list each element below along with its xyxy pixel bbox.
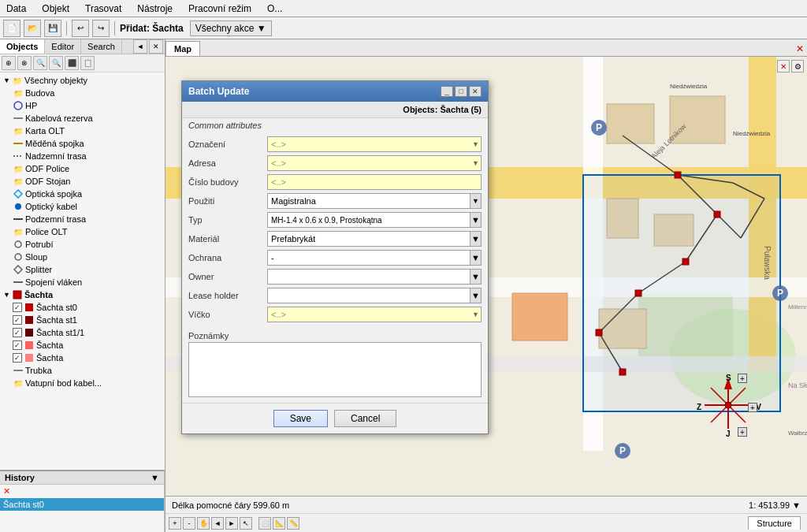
typ-select-arrow[interactable]: ▼ xyxy=(470,213,481,227)
field-owner[interactable]: ▼ xyxy=(267,269,482,285)
checkbox-sachta-st1[interactable] xyxy=(13,315,22,325)
history-item-sachta-st0[interactable]: Šachta st0 xyxy=(0,498,164,511)
menu-trasovat[interactable]: Trasovat xyxy=(82,2,125,16)
owner-select-arrow[interactable]: ▼ xyxy=(470,270,481,284)
tab-editor[interactable]: Editor xyxy=(45,39,81,54)
field-pouziti[interactable]: Magistralna ▼ xyxy=(267,193,482,209)
nav-ruler[interactable]: 📏 xyxy=(287,517,299,530)
dialog-maximize[interactable]: □ xyxy=(455,86,467,97)
cancel-button[interactable]: Cancel xyxy=(334,410,396,427)
map-view[interactable]: P P P Aleja Lotnikow Puławska Niedźwiedz… xyxy=(165,57,807,496)
checkbox-sachta-st1-1[interactable] xyxy=(13,328,22,337)
tree-item-sachta-2[interactable]: Šachta xyxy=(2,352,163,364)
tree-item-sloup[interactable]: Sloup xyxy=(2,251,163,263)
lp-btn-1[interactable]: ⊕ xyxy=(2,56,16,70)
all-actions-button[interactable]: Všechny akce ▼ xyxy=(190,20,272,36)
tree-item-kabelova-rezerva[interactable]: Kabelová rezerva xyxy=(2,112,163,125)
nav-next[interactable]: ► xyxy=(225,517,238,530)
field-dropdown-arrow[interactable]: ▼ xyxy=(472,140,479,148)
compass-j-plus[interactable]: + xyxy=(738,427,747,437)
toolbar-save[interactable]: 💾 xyxy=(44,20,61,37)
tree-item-vatupni-bod[interactable]: 📁 Vatupní bod kabel... xyxy=(2,377,163,389)
compass-s-plus[interactable]: + xyxy=(738,374,747,383)
field-typ[interactable]: MH-1.4 x 0.6 x 0.9, Prostokątna ▼ xyxy=(267,212,482,228)
dialog-close[interactable]: ✕ xyxy=(469,86,482,97)
vicko-dropdown-arrow[interactable]: ▼ xyxy=(472,311,479,318)
tree-item-odf-police[interactable]: 📁 ODF Police xyxy=(2,162,163,175)
panel-close[interactable]: ✕ xyxy=(149,39,163,54)
save-button[interactable]: Save xyxy=(273,410,328,427)
tree-item-nadzemni-trasa[interactable]: Nadzemní trasa xyxy=(2,150,163,162)
tree-item-vsechny[interactable]: ▼ 📁 Všechny objekty xyxy=(2,74,163,87)
field-lease-holder[interactable]: ▼ xyxy=(267,288,482,303)
nav-box[interactable]: ⬜ xyxy=(258,517,271,530)
tree-item-hp[interactable]: HP xyxy=(2,99,163,112)
menu-pracovni-rezim[interactable]: Pracovní režim xyxy=(185,2,255,16)
checkbox-sachta-2[interactable] xyxy=(13,353,22,363)
tree-item-opticka-spojka[interactable]: Optická spojka xyxy=(2,188,163,200)
tree-item-sachta-1[interactable]: Šachta xyxy=(2,339,163,352)
tab-structure[interactable]: Structure xyxy=(748,516,801,530)
nav-pan[interactable]: ✋ xyxy=(197,517,210,530)
tree-item-police-olt[interactable]: 📁 Police OLT xyxy=(2,225,163,238)
lp-btn-2[interactable]: ⊗ xyxy=(17,56,32,70)
tree-item-budova[interactable]: 📁 Budova xyxy=(2,87,163,99)
field-adresa[interactable]: <..> ▼ xyxy=(267,155,482,171)
ochrana-select-arrow[interactable]: ▼ xyxy=(470,251,481,265)
tree-item-splitter[interactable]: Splitter xyxy=(2,263,163,276)
field-material[interactable]: Prefabrykát ▼ xyxy=(267,231,482,247)
lease-holder-arrow[interactable]: ▼ xyxy=(470,288,481,303)
tree-item-sachta-st1-1[interactable]: Šachta st1/1 xyxy=(2,326,163,339)
toolbar-new[interactable]: 📄 xyxy=(3,20,20,37)
tree-item-sachta-st1[interactable]: Šachta st1 xyxy=(2,314,163,326)
toolbar-redo[interactable]: ↪ xyxy=(92,20,110,37)
menu-data[interactable]: Data xyxy=(3,2,29,16)
menu-objekt[interactable]: Objekt xyxy=(39,2,73,16)
select-arrow[interactable]: ▼ xyxy=(470,194,481,208)
map-x-btn[interactable]: ✕ xyxy=(777,60,790,73)
lp-btn-3[interactable]: 🔍 xyxy=(33,56,47,70)
menu-nastroje[interactable]: Nástroje xyxy=(134,2,176,16)
toolbar-undo[interactable]: ↩ xyxy=(72,20,89,37)
tree-item-trubka[interactable]: Trubka xyxy=(2,364,163,377)
nav-measure[interactable]: 📐 xyxy=(273,517,285,530)
field-ochrana[interactable]: - ▼ xyxy=(267,250,482,266)
field-dropdown-arrow[interactable]: ▼ xyxy=(472,159,479,167)
tab-objects[interactable]: Objects xyxy=(0,39,45,54)
tree-item-sachta[interactable]: ▼ Šachta xyxy=(2,288,163,301)
lp-btn-6[interactable]: 📋 xyxy=(80,56,95,70)
tree-item-spojeni-vlaken[interactable]: Spojení vláken xyxy=(2,276,163,288)
tree-item-karta-olt[interactable]: 📁 Karta OLT xyxy=(2,125,163,137)
material-select-arrow[interactable]: ▼ xyxy=(470,232,481,246)
tree-item-podzemni-trasa[interactable]: Podzemní trasa xyxy=(2,213,163,225)
field-cislo-budovy[interactable]: <..> xyxy=(267,174,482,190)
nav-zoom-in[interactable]: + xyxy=(169,517,181,530)
field-vicko[interactable]: <..> ▼ xyxy=(267,307,482,322)
field-oznaceni[interactable]: <..> ▼ xyxy=(267,136,482,152)
lp-btn-4[interactable]: 🔍 xyxy=(49,56,63,70)
map-close-btn[interactable]: ✕ xyxy=(796,43,804,54)
tree-item-potrubi[interactable]: Potrubí xyxy=(2,238,163,251)
lp-btn-5[interactable]: ⬛ xyxy=(65,56,79,70)
checkbox-sachta-st0[interactable] xyxy=(13,303,22,312)
nav-select[interactable]: ↖ xyxy=(240,517,252,530)
menu-o[interactable]: O... xyxy=(264,2,285,16)
nav-zoom-out[interactable]: - xyxy=(183,517,195,530)
dialog-minimize[interactable]: _ xyxy=(441,86,453,97)
nav-prev[interactable]: ◄ xyxy=(211,517,224,530)
tree-item-sachta-st0[interactable]: Šachta st0 xyxy=(2,301,163,314)
map-gear-btn[interactable]: ⚙ xyxy=(791,60,804,73)
panel-arrow-left[interactable]: ◄ xyxy=(133,39,147,54)
tab-map[interactable]: Map xyxy=(165,41,200,56)
history-arrow[interactable]: ▼ xyxy=(151,473,159,482)
tree-item-medena-spojka[interactable]: Měděná spojka xyxy=(2,137,163,150)
notes-textarea[interactable] xyxy=(188,342,482,397)
compass-v-plus[interactable]: + xyxy=(748,403,757,412)
tree-item-odf-stojan[interactable]: 📁 ODF Stojan xyxy=(2,175,163,188)
checkbox-sachta-1[interactable] xyxy=(13,340,22,350)
history-item-error[interactable]: ✕ xyxy=(0,485,164,498)
tab-search[interactable]: Search xyxy=(81,39,122,54)
tree-item-opticky-kabel[interactable]: Optický kabel xyxy=(2,200,163,213)
form-row-vicko: Víčko <..> ▼ xyxy=(188,306,482,323)
toolbar-open[interactable]: 📂 xyxy=(24,20,41,37)
